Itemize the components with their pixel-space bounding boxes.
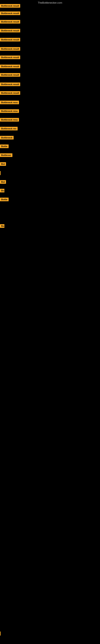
bottleneck-badge-25: Bo xyxy=(0,224,4,228)
bottleneck-badge-22: Bottle xyxy=(0,198,9,201)
bottleneck-badge-4: Bottleneck result xyxy=(0,38,20,42)
bottleneck-badge-7: Bottleneck result xyxy=(0,64,20,68)
bottleneck-badge-3: Bottleneck result xyxy=(0,29,20,32)
bottleneck-badge-21: Bo xyxy=(0,189,4,192)
bottleneck-badge-9: Bottleneck result xyxy=(0,82,20,86)
bottleneck-badge-16: Bottle xyxy=(0,144,9,148)
bottleneck-badge-10: Bottleneck result xyxy=(0,91,20,95)
bottleneck-badge-13: Bottleneck resu xyxy=(0,118,19,122)
vertical-bar-19 xyxy=(0,171,0,175)
bottleneck-badge-18: Bot xyxy=(0,162,6,166)
bottleneck-badge-8: Bottleneck result xyxy=(0,73,20,77)
bottleneck-badge-1: Bottleneck result xyxy=(0,12,20,15)
bottleneck-badge-20: Bot xyxy=(0,180,6,184)
bottleneck-badge-6: Bottleneck result xyxy=(0,56,20,59)
bottleneck-badge-2: Bottleneck result xyxy=(0,20,20,24)
bottleneck-badge-12: Bottleneck resu xyxy=(0,109,19,113)
bottleneck-badge-14: Bottleneck res xyxy=(0,127,18,130)
bottleneck-badge-17: Bottlenec xyxy=(0,153,12,157)
bottleneck-badge-11: Bottleneck resu xyxy=(0,100,19,104)
vertical-bar-71 xyxy=(0,632,0,636)
bottleneck-badge-15: Bottleneck xyxy=(0,136,14,140)
bottleneck-badge-0: Bottleneck result xyxy=(0,4,20,8)
bottleneck-badge-5: Bottleneck result xyxy=(0,47,20,51)
